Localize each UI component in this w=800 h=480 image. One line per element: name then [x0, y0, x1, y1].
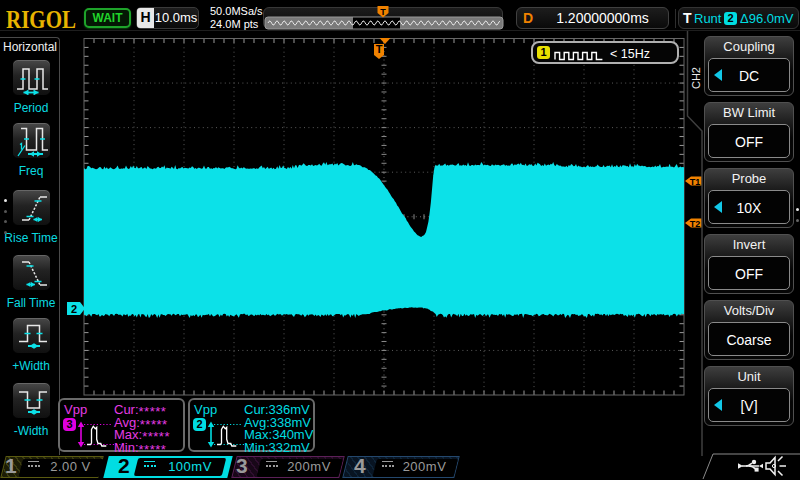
svg-text:T: T	[376, 43, 383, 55]
svg-text:2: 2	[71, 303, 77, 315]
